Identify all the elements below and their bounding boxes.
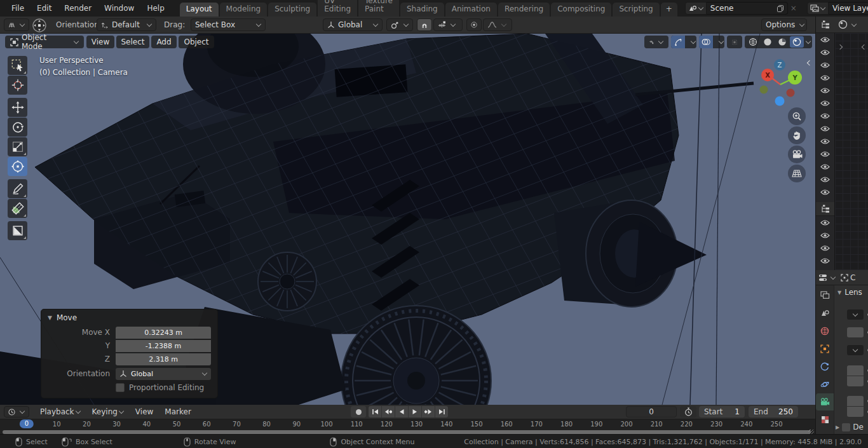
menu-edit[interactable]: Edit <box>31 0 58 17</box>
tab-scene-properties[interactable] <box>816 304 834 322</box>
active-tool-icon[interactable] <box>32 18 47 33</box>
tool-cursor[interactable] <box>8 76 27 95</box>
shading-rendered-button[interactable] <box>790 36 804 48</box>
menu-window[interactable]: Window <box>98 0 140 17</box>
current-frame-field[interactable]: 0 <box>626 406 677 417</box>
view-layer-browse-button[interactable] <box>807 2 829 15</box>
proportional-editing-checkbox[interactable] <box>116 383 125 392</box>
timeline-tick[interactable]: 230 <box>710 421 722 428</box>
visibility-eye-icon[interactable] <box>816 122 834 135</box>
shift-y-field[interactable] <box>847 407 864 417</box>
gizmo-neg-z-axis[interactable] <box>775 97 785 106</box>
timeline-tick[interactable]: 130 <box>410 421 423 428</box>
move-orientation-dropdown[interactable]: Global <box>116 368 211 380</box>
tab-object-data-properties[interactable] <box>816 393 834 411</box>
menu-object[interactable]: Object <box>179 36 214 48</box>
tab-physics-properties[interactable] <box>816 376 834 393</box>
tab-sculpting[interactable]: Sculpting <box>268 3 316 17</box>
visibility-eye-icon[interactable] <box>816 229 834 241</box>
outliner-header[interactable] <box>816 17 834 33</box>
depth-of-field-panel-header[interactable]: ▶ De <box>836 423 864 431</box>
clip-end-field[interactable] <box>847 376 864 386</box>
tab-rendering[interactable]: Rendering <box>498 3 550 17</box>
visibility-eye-icon[interactable] <box>816 254 834 267</box>
lens-type-dropdown[interactable] <box>847 309 864 320</box>
timeline-tick[interactable]: 150 <box>470 421 482 428</box>
scene-unlink-button[interactable]: × <box>788 4 799 13</box>
xray-toggle[interactable] <box>727 36 742 48</box>
overlays-dropdown[interactable] <box>716 39 724 44</box>
timeline-tick[interactable]: 170 <box>531 421 543 428</box>
tab-view-layer-properties[interactable] <box>816 287 834 304</box>
visibility-eye-icon[interactable] <box>816 147 834 160</box>
scene-name-field[interactable]: Scene <box>707 2 788 15</box>
tab-layout[interactable]: Layout <box>180 3 219 17</box>
zoom-button[interactable] <box>788 107 806 125</box>
outliner2-header[interactable] <box>816 202 834 216</box>
timeline-tick[interactable]: 140 <box>440 421 452 428</box>
shading-solid-button[interactable] <box>761 36 775 48</box>
timeline-tick[interactable]: 180 <box>560 421 573 428</box>
proportional-falloff-dropdown[interactable] <box>483 18 512 31</box>
menu-help[interactable]: Help <box>140 0 170 17</box>
timeline-tick[interactable]: 10 <box>53 421 61 428</box>
pivot-point-dropdown[interactable] <box>386 18 413 31</box>
visibility-eye-icon[interactable] <box>816 84 834 97</box>
timeline-tick[interactable]: 20 <box>83 421 91 428</box>
clip-start-field[interactable] <box>847 365 864 376</box>
visibility-eye-icon[interactable] <box>816 135 834 147</box>
tab-compositing[interactable]: Compositing <box>551 3 611 17</box>
shading-material-button[interactable] <box>775 36 789 48</box>
visibility-eye-icon[interactable] <box>816 58 834 71</box>
tab-scripting[interactable]: Scripting <box>613 3 659 17</box>
timeline-tick[interactable]: 100 <box>320 421 332 428</box>
tool-scale[interactable] <box>8 137 27 156</box>
timeline-tick[interactable]: 110 <box>351 421 363 428</box>
tab-animation[interactable]: Animation <box>445 3 497 17</box>
auto-keying-record-button[interactable] <box>351 406 366 417</box>
timeline-tick[interactable]: 220 <box>681 421 693 428</box>
end-frame-field[interactable]: End250 <box>749 406 798 417</box>
visibility-eye-icon[interactable] <box>816 241 834 254</box>
timeline-tick[interactable]: 200 <box>620 421 632 428</box>
3d-viewport[interactable]: Object Mode View Select Add Object <box>0 34 815 405</box>
menu-playback[interactable]: Playback <box>34 405 86 419</box>
shading-wireframe-button[interactable] <box>746 36 760 48</box>
proportional-editing-toggle[interactable] <box>466 18 482 31</box>
shift-x-field[interactable] <box>847 396 864 406</box>
visibility-eye-icon[interactable] <box>816 97 834 109</box>
jump-to-prev-keyframe-button[interactable] <box>382 406 395 417</box>
properties-editor-icon[interactable] <box>818 273 827 282</box>
timeline-tick[interactable]: 90 <box>292 421 301 428</box>
start-frame-field[interactable]: Start1 <box>699 406 745 417</box>
gizmo-neg-y-axis[interactable] <box>760 86 768 94</box>
snap-toggle[interactable] <box>417 18 432 31</box>
tab-world-properties[interactable] <box>816 322 834 339</box>
tool-select-box[interactable] <box>8 56 27 75</box>
jump-to-next-keyframe-button[interactable] <box>422 406 435 417</box>
timeline-tick[interactable]: 80 <box>262 421 271 428</box>
tool-measure[interactable] <box>8 199 27 218</box>
drag-dropdown[interactable]: Select Box <box>191 18 266 31</box>
transform-orientation-dropdown[interactable]: Global <box>323 18 383 31</box>
timeline-playhead[interactable]: 0 <box>20 419 34 428</box>
menu-render[interactable]: Render <box>58 0 98 17</box>
show-gizmo-toggle[interactable] <box>671 36 685 48</box>
tool-transform[interactable] <box>8 157 27 176</box>
orthographic-toggle-button[interactable] <box>788 165 806 182</box>
timeline-tick[interactable]: 250 <box>770 421 782 428</box>
menu-view[interactable]: View <box>86 36 114 48</box>
visibility-eye-icon[interactable] <box>816 71 834 84</box>
timeline-tick[interactable]: 240 <box>740 421 752 428</box>
timeline-tick[interactable]: 210 <box>651 421 663 428</box>
object-visibility-dropdown[interactable] <box>644 36 668 48</box>
visibility-eye-icon[interactable] <box>816 46 834 58</box>
use-preview-range-toggle[interactable] <box>680 406 696 417</box>
move-z-field[interactable]: 2.318 m <box>116 353 211 365</box>
tab-modeling[interactable]: Modeling <box>220 3 268 17</box>
visibility-eye-icon[interactable] <box>816 160 834 173</box>
timeline-tick[interactable]: 190 <box>590 421 602 428</box>
timeline-editor-type-selector[interactable] <box>4 406 29 417</box>
pan-button[interactable] <box>788 126 806 144</box>
new-scene-icon[interactable] <box>777 5 783 12</box>
